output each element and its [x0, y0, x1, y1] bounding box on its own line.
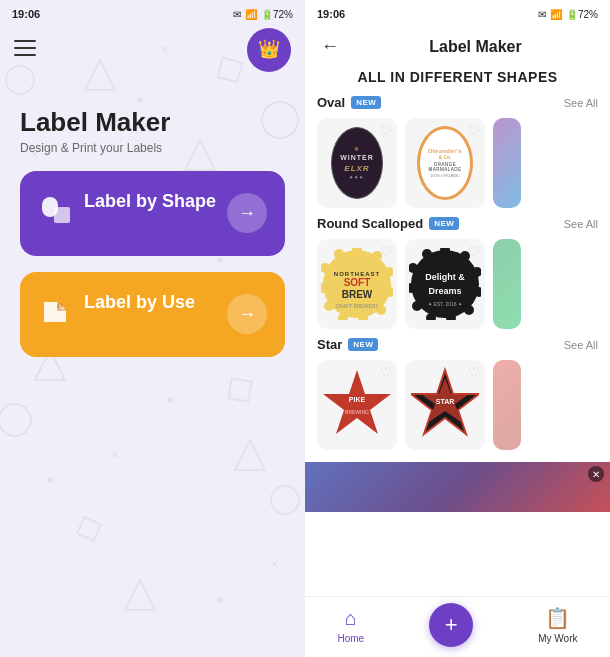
shapes-prefix: ALL IN DIFFERENT [357, 69, 492, 85]
ad-banner: ✕ [305, 462, 610, 512]
star-section-header: Star NEW See All [317, 337, 598, 352]
svg-point-42 [334, 249, 344, 259]
right-status-bar: 19:06 ✉ 📶 🔋72% [305, 0, 610, 28]
scalloped-label-1[interactable]: NORTHEAST SOFT BREW CRAFT BREWERY ♡ [317, 239, 397, 329]
app-title: Label Maker [20, 108, 285, 137]
svg-rect-13 [228, 378, 251, 401]
svg-text:×: × [270, 556, 279, 573]
oval-new-badge: NEW [351, 96, 381, 109]
svg-rect-28 [54, 207, 70, 223]
scalloped-scroll-row: NORTHEAST SOFT BREW CRAFT BREWERY ♡ [317, 239, 598, 329]
svg-text:✦ EST. 2018 ✦: ✦ EST. 2018 ✦ [428, 301, 462, 307]
app-logo: 👑 [247, 28, 291, 72]
left-panel: × × × × × × 19:06 ✉ 📶 🔋72% [0, 0, 305, 657]
battery-icon: 🔋72% [261, 9, 293, 20]
bottom-nav-bar: ⌂ Home + 📋 My Work [305, 596, 610, 657]
star-see-all[interactable]: See All [564, 339, 598, 351]
svg-point-29 [57, 303, 63, 309]
svg-point-55 [412, 301, 422, 311]
star-section-title: Star [317, 337, 342, 352]
svg-point-26 [217, 597, 223, 603]
oval-text-1: ❄ WINTER ELXR ✦✦✦ [340, 145, 374, 181]
card1-label: Label by Shape [84, 191, 216, 213]
back-button[interactable]: ← [317, 32, 343, 61]
svg-point-4 [0, 404, 31, 436]
my-work-icon: 📋 [545, 606, 570, 630]
home-nav-item[interactable]: ⌂ Home [338, 607, 365, 644]
oval-text-2: Oleander's & Co. ORANGE MARMALADE 100% O… [426, 146, 464, 180]
card1-text: Label by Shape [84, 191, 216, 213]
shapes-headline: ALL IN DIFFERENT SHAPES [305, 69, 610, 95]
message-icon: ✉ [233, 9, 241, 20]
oval-section-title: Oval [317, 95, 345, 110]
oval-heart-1[interactable]: ♡ [380, 123, 392, 138]
star-label-2[interactable]: STAR ♡ [405, 360, 485, 450]
left-status-bar: 19:06 ✉ 📶 🔋72% [0, 0, 305, 28]
scalloped-see-all[interactable]: See All [564, 218, 598, 230]
star-heart-2[interactable]: ♡ [468, 365, 480, 380]
svg-point-5 [271, 486, 299, 514]
right-header: ← Label Maker [305, 28, 610, 69]
right-header-title: Label Maker [353, 38, 598, 56]
oval-section: Oval NEW See All ❄ WINTER ELXR ✦✦✦ ♡ [305, 95, 610, 216]
svg-rect-11 [218, 58, 242, 82]
hamburger-line-1 [14, 40, 36, 42]
scalloped-heart-1[interactable]: ♡ [380, 244, 392, 259]
star-title-row: Star NEW [317, 337, 378, 352]
oval-shape-2: Oleander's & Co. ORANGE MARMALADE 100% O… [417, 126, 473, 200]
label-by-shape-card[interactable]: Label by Shape → [20, 171, 285, 256]
scalloped-label-2[interactable]: Delight & Dreams ✦ EST. 2018 ✦ ♡ [405, 239, 485, 329]
left-title-section: Label Maker Design & Print your Labels [0, 108, 305, 155]
shapes-word: SHAPES [497, 69, 558, 85]
right-status-icons: ✉ 📶 🔋72% [538, 9, 598, 20]
svg-text:Dreams: Dreams [428, 286, 461, 296]
label-by-use-card[interactable]: Label by Use → [20, 272, 285, 357]
oval-label-2[interactable]: Oleander's & Co. ORANGE MARMALADE 100% O… [405, 118, 485, 208]
svg-text:×: × [160, 41, 169, 58]
svg-point-52 [464, 305, 474, 315]
svg-point-24 [167, 397, 173, 403]
scalloped-label-3-partial [493, 239, 521, 329]
scalloped-heart-2[interactable]: ♡ [468, 244, 480, 259]
scalloped-title-row: Round Scalloped NEW [317, 216, 459, 231]
add-button[interactable]: + [429, 603, 473, 647]
svg-text:CRAFT BREWERY: CRAFT BREWERY [335, 303, 379, 309]
svg-text:BREWING: BREWING [345, 409, 369, 415]
svg-point-0 [6, 66, 34, 94]
star-label-1[interactable]: PIKE BREWING ♡ [317, 360, 397, 450]
svg-text:Delight &: Delight & [425, 272, 465, 282]
oval-scroll-row: ❄ WINTER ELXR ✦✦✦ ♡ Oleander's & Co. ORA… [317, 118, 598, 208]
star-heart-1[interactable]: ♡ [380, 365, 392, 380]
star-label-3-partial [493, 360, 521, 450]
scalloped-section-title: Round Scalloped [317, 216, 423, 231]
svg-text:PIKE: PIKE [349, 396, 366, 403]
card2-text: Label by Use [84, 292, 195, 314]
svg-rect-14 [77, 517, 101, 541]
oval-label-1[interactable]: ❄ WINTER ELXR ✦✦✦ ♡ [317, 118, 397, 208]
svg-marker-9 [235, 440, 265, 470]
svg-text:×: × [110, 446, 119, 463]
scalloped-section-header: Round Scalloped NEW See All [317, 216, 598, 231]
card1-arrow[interactable]: → [227, 193, 267, 233]
star-new-badge: NEW [348, 338, 378, 351]
oval-heart-2[interactable]: ♡ [468, 123, 480, 138]
round-scalloped-section: Round Scalloped NEW See All [305, 216, 610, 337]
svg-point-58 [422, 249, 432, 259]
star-scroll-row: PIKE BREWING ♡ STAR ♡ [317, 360, 598, 450]
svg-text:BREW: BREW [342, 289, 373, 300]
svg-marker-10 [125, 580, 155, 610]
left-status-icons: ✉ 📶 🔋72% [233, 9, 293, 20]
svg-point-25 [47, 477, 53, 483]
right-wifi-icon: 📶 [550, 9, 562, 20]
my-work-nav-item[interactable]: 📋 My Work [538, 606, 577, 644]
right-message-icon: ✉ [538, 9, 546, 20]
app-subtitle: Design & Print your Labels [20, 141, 285, 155]
ad-close-button[interactable]: ✕ [588, 466, 604, 482]
oval-section-header: Oval NEW See All [317, 95, 598, 110]
svg-marker-6 [85, 60, 115, 90]
card2-arrow[interactable]: → [227, 294, 267, 334]
wifi-icon: 📶 [245, 9, 257, 20]
hamburger-menu[interactable] [14, 32, 46, 64]
oval-see-all[interactable]: See All [564, 97, 598, 109]
right-status-time: 19:06 [317, 8, 345, 20]
